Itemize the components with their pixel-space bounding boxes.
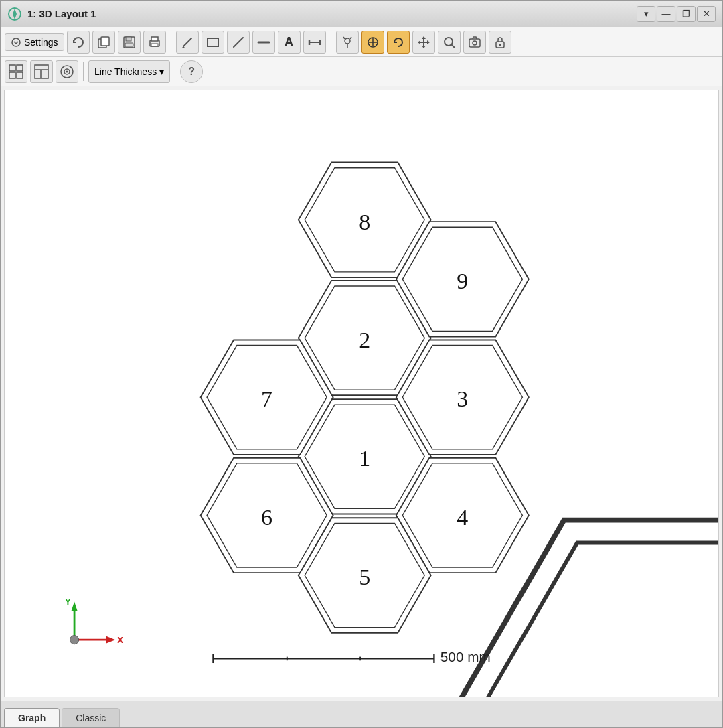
svg-line-33 (451, 44, 455, 48)
svg-line-14 (234, 38, 243, 47)
hline-icon (257, 35, 270, 49)
refresh-icon (72, 35, 85, 49)
main-window: 1: 3D Layout 1 ▾ — ❐ ✕ Settings (0, 0, 723, 728)
canvas-area: 1 2 3 4 5 6 7 8 9 (4, 90, 719, 697)
move-icon (417, 35, 430, 49)
copy-icon (97, 35, 110, 49)
text-a-icon: A (285, 35, 293, 49)
y-axis-arrow (71, 602, 77, 611)
copy-btn[interactable] (92, 31, 115, 54)
separator4 (175, 62, 175, 81)
svg-point-37 (499, 44, 501, 46)
grid-icon (9, 64, 23, 79)
rotate-active-btn[interactable] (362, 31, 384, 54)
origin-dot (70, 636, 78, 644)
line-thickness-label: Line Thickness (94, 66, 157, 77)
svg-rect-41 (17, 72, 23, 78)
title-bar: 1: 3D Layout 1 ▾ — ❐ ✕ (1, 1, 722, 27)
svg-marker-12 (182, 46, 185, 48)
tab-graph[interactable]: Graph (4, 708, 60, 727)
save-icon (123, 35, 136, 49)
hline-btn[interactable] (252, 31, 275, 54)
move-btn[interactable] (412, 31, 435, 54)
save-btn[interactable] (118, 31, 141, 54)
close-btn[interactable]: ✕ (697, 6, 716, 22)
hex-label-2: 2 (359, 327, 370, 352)
svg-line-21 (343, 37, 345, 39)
svg-point-2 (12, 38, 20, 46)
svg-marker-29 (422, 46, 426, 48)
svg-rect-39 (17, 65, 23, 71)
svg-marker-1 (13, 9, 17, 19)
marker-icon (341, 35, 354, 49)
hbeam-btn[interactable] (303, 31, 326, 54)
hex-diagram: 1 2 3 4 5 6 7 8 9 (5, 90, 718, 697)
separator1 (171, 33, 171, 52)
layout-btn[interactable] (30, 60, 53, 83)
grid-btn[interactable] (5, 60, 27, 83)
rotate-active-icon (366, 35, 380, 49)
svg-marker-31 (427, 40, 430, 44)
hex-label-4: 4 (457, 505, 468, 530)
toolbar2: Line Thickness ▾ ? (1, 57, 722, 86)
line-btn[interactable] (227, 31, 250, 54)
settings-chevron-icon (11, 37, 21, 48)
separator3 (83, 62, 84, 81)
rect-btn[interactable] (202, 31, 224, 54)
rect-icon (206, 35, 220, 49)
line-icon (232, 35, 245, 49)
dropdown-btn[interactable]: ▾ (637, 6, 655, 22)
toolbar1: Settings (1, 27, 722, 57)
svg-marker-30 (418, 40, 420, 44)
svg-rect-13 (208, 38, 218, 46)
print-icon (148, 35, 161, 49)
tab-classic[interactable]: Classic (62, 708, 120, 727)
separator2 (331, 33, 331, 52)
hex-label-7: 7 (261, 386, 272, 411)
hex-label-5: 5 (359, 565, 370, 589)
layout-icon2 (34, 64, 49, 79)
restore-btn[interactable]: ❐ (677, 6, 696, 22)
svg-point-47 (66, 70, 68, 72)
pencil-btn[interactable] (176, 31, 199, 54)
line-thickness-dropdown-icon: ▾ (159, 66, 164, 77)
svg-point-19 (345, 38, 350, 44)
scale-label: 500 mm (440, 649, 491, 664)
pencil-icon (181, 35, 194, 49)
lock-icon (493, 35, 507, 49)
zoom-icon (443, 35, 456, 49)
snapshot-btn[interactable] (463, 31, 486, 54)
svg-point-35 (473, 41, 477, 45)
tab-bar: Graph Classic (1, 701, 722, 727)
help-button[interactable]: ? (180, 60, 203, 83)
hex-label-8: 8 (359, 210, 370, 234)
rotate-btn[interactable] (387, 31, 410, 54)
settings-label: Settings (24, 37, 58, 48)
rotate-icon (392, 35, 405, 49)
hex-label-3: 3 (457, 386, 468, 411)
minimize-btn[interactable]: — (657, 6, 675, 22)
svg-rect-10 (151, 44, 158, 46)
target-icon (60, 64, 74, 79)
text-btn[interactable]: A (278, 31, 301, 54)
window-title: 1: 3D Layout 1 (27, 8, 96, 19)
refresh-btn[interactable] (67, 31, 90, 54)
y-axis-label: Y (65, 597, 71, 607)
settings-button[interactable]: Settings (5, 33, 64, 51)
svg-rect-38 (9, 65, 15, 71)
marker-btn[interactable] (336, 31, 359, 54)
svg-rect-40 (9, 72, 15, 78)
svg-rect-34 (469, 39, 480, 47)
help-label: ? (188, 66, 195, 78)
hex-label-9: 9 (457, 269, 468, 293)
target-btn[interactable] (56, 60, 78, 83)
zoom-btn[interactable] (438, 31, 461, 54)
print-btn[interactable] (143, 31, 166, 54)
svg-marker-28 (422, 36, 426, 39)
title-bar-left: 1: 3D Layout 1 (7, 7, 96, 21)
line-thickness-button[interactable]: Line Thickness ▾ (88, 60, 170, 83)
lock-btn[interactable] (489, 31, 511, 54)
hbeam-icon (308, 35, 321, 49)
svg-rect-9 (151, 37, 158, 41)
svg-line-22 (350, 37, 351, 39)
